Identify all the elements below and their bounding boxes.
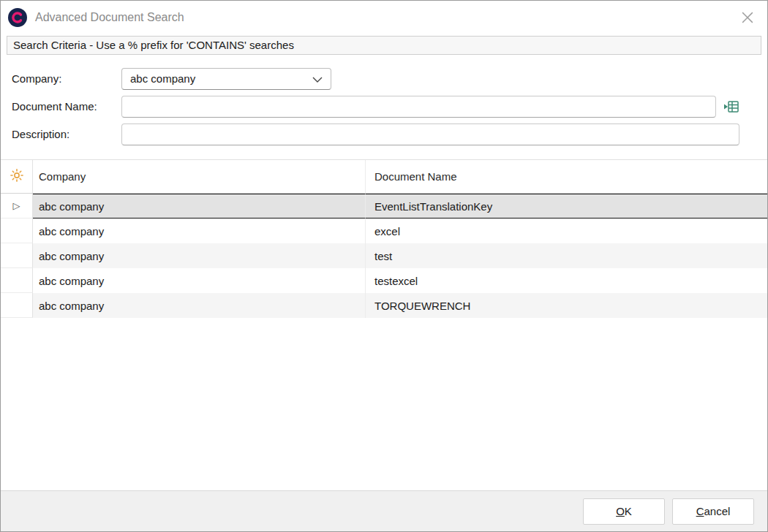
row-selector[interactable]	[1, 243, 33, 268]
grid-row[interactable]: ▷abc companyEventListTranslationKey	[1, 194, 767, 218]
cell-company[interactable]: abc company	[33, 243, 366, 268]
company-combobox-value: abc company	[130, 72, 195, 85]
row-indicator-icon[interactable]: ▷	[1, 194, 33, 218]
cell-company[interactable]: abc company	[33, 268, 366, 293]
ok-button[interactable]: OK	[583, 498, 665, 525]
cell-company[interactable]: abc company	[33, 218, 366, 243]
results-grid: Company Document Name ▷abc companyEventL…	[1, 159, 767, 490]
row-selector[interactable]	[1, 293, 33, 318]
window-title: Advanced Document Search	[35, 11, 739, 24]
company-combobox[interactable]: abc company	[121, 68, 331, 90]
grid-row[interactable]: abc companyTORQUEWRENCH	[1, 293, 767, 318]
cancel-button-mnemonic: C	[696, 505, 704, 517]
company-row: Company: abc company	[12, 67, 767, 90]
cell-document-name[interactable]: TORQUEWRENCH	[366, 293, 767, 318]
grid-body: ▷abc companyEventListTranslationKeyabc c…	[1, 194, 767, 490]
cell-company[interactable]: abc company	[33, 293, 366, 318]
cell-document-name[interactable]: test	[366, 243, 767, 268]
footer-bar: OK Cancel	[1, 490, 767, 531]
search-form: Company: abc company Document Name:	[1, 55, 767, 159]
grid-header: Company Document Name	[1, 160, 767, 194]
grid-row[interactable]: abc companytestexcel	[1, 268, 767, 293]
description-row: Description:	[12, 123, 767, 145]
row-selector[interactable]	[1, 268, 33, 293]
document-name-label: Document Name:	[12, 100, 121, 113]
description-input[interactable]	[121, 123, 739, 145]
search-criteria-header: Search Criteria - Use a % prefix for 'CO…	[7, 36, 761, 55]
cell-document-name[interactable]: excel	[366, 218, 767, 243]
chevron-down-icon	[312, 72, 323, 85]
cell-document-name[interactable]: testexcel	[366, 268, 767, 293]
document-name-input[interactable]	[121, 96, 716, 118]
sun-icon	[10, 169, 23, 184]
grid-corner-cell[interactable]	[1, 160, 33, 193]
column-header-company[interactable]: Company	[33, 160, 366, 193]
column-header-document-name[interactable]: Document Name	[366, 160, 767, 193]
ok-button-label-rest: K	[625, 505, 632, 517]
cell-document-name[interactable]: EventListTranslationKey	[366, 194, 767, 218]
company-label: Company:	[12, 72, 121, 85]
row-selector[interactable]	[1, 218, 33, 243]
ok-button-mnemonic: O	[616, 505, 625, 517]
document-name-row: Document Name:	[12, 95, 767, 118]
lookup-grid-icon[interactable]	[722, 97, 741, 116]
close-icon[interactable]	[739, 10, 756, 26]
cancel-button-label-rest: ancel	[704, 505, 730, 517]
titlebar: Advanced Document Search	[1, 1, 767, 34]
cell-company[interactable]: abc company	[33, 194, 366, 218]
app-logo-icon	[8, 8, 27, 27]
description-label: Description:	[12, 128, 121, 140]
grid-row[interactable]: abc companyexcel	[1, 218, 767, 243]
grid-row[interactable]: abc companytest	[1, 243, 767, 268]
cancel-button[interactable]: Cancel	[672, 498, 754, 525]
advanced-document-search-dialog: Advanced Document Search Search Criteria…	[0, 0, 768, 532]
